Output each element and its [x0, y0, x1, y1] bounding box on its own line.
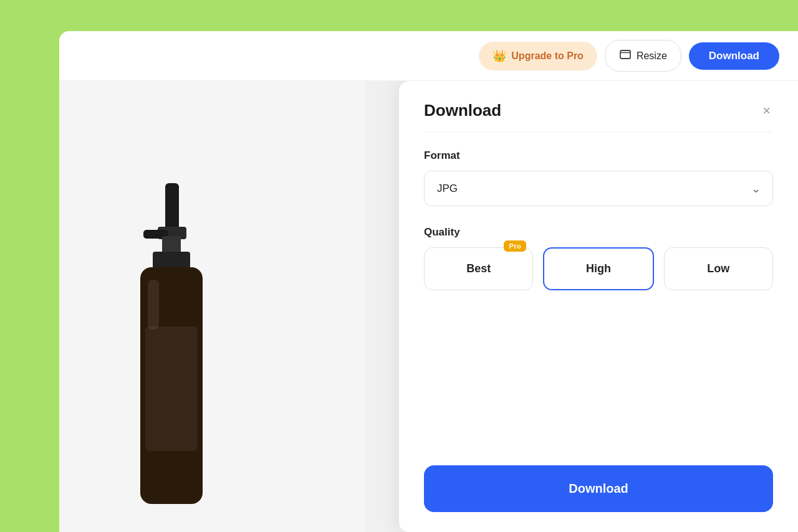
panel-header: Download × — [424, 101, 773, 132]
download-header-button[interactable]: Download — [689, 42, 779, 70]
svg-rect-8 — [148, 280, 159, 330]
app-container: 👑 Upgrade to Pro Resize Download — [59, 31, 798, 532]
quality-label: Quality — [424, 226, 773, 239]
resize-icon — [619, 48, 632, 64]
format-section: Format JPG PNG WEBP SVG ⌄ — [424, 150, 773, 206]
format-label: Format — [424, 150, 773, 162]
close-button[interactable]: × — [760, 102, 773, 120]
quality-best-label: Best — [466, 262, 491, 275]
resize-button[interactable]: Resize — [605, 40, 681, 72]
canvas-area: Download × Format JPG PNG WEBP SVG ⌄ — [59, 81, 798, 532]
svg-rect-2 — [165, 183, 179, 233]
resize-label: Resize — [637, 50, 667, 62]
format-select[interactable]: JPG PNG WEBP SVG — [424, 171, 773, 206]
quality-section: Quality Pro Best High Low — [424, 226, 773, 290]
svg-rect-0 — [620, 50, 630, 59]
quality-best-button[interactable]: Pro Best — [424, 247, 533, 290]
close-icon: × — [762, 103, 771, 118]
panel-title: Download — [424, 101, 501, 120]
upgrade-label: Upgrade to Pro — [511, 50, 584, 62]
download-panel: Download × Format JPG PNG WEBP SVG ⌄ — [399, 81, 798, 532]
quality-high-label: High — [586, 262, 611, 275]
download-header-label: Download — [709, 50, 759, 62]
quality-options: Pro Best High Low — [424, 247, 773, 290]
download-main-label: Download — [569, 482, 628, 495]
pro-badge: Pro — [504, 240, 526, 252]
product-image — [90, 183, 265, 532]
svg-rect-9 — [145, 326, 198, 451]
format-select-wrapper: JPG PNG WEBP SVG ⌄ — [424, 171, 773, 206]
image-preview — [59, 81, 365, 532]
download-main-button[interactable]: Download — [424, 465, 773, 512]
upgrade-button[interactable]: 👑 Upgrade to Pro — [479, 42, 597, 70]
toolbar: 👑 Upgrade to Pro Resize Download — [59, 31, 798, 81]
quality-low-label: Low — [707, 262, 729, 275]
crown-icon: 👑 — [493, 49, 506, 63]
quality-low-button[interactable]: Low — [664, 247, 773, 290]
quality-high-button[interactable]: High — [543, 247, 653, 290]
